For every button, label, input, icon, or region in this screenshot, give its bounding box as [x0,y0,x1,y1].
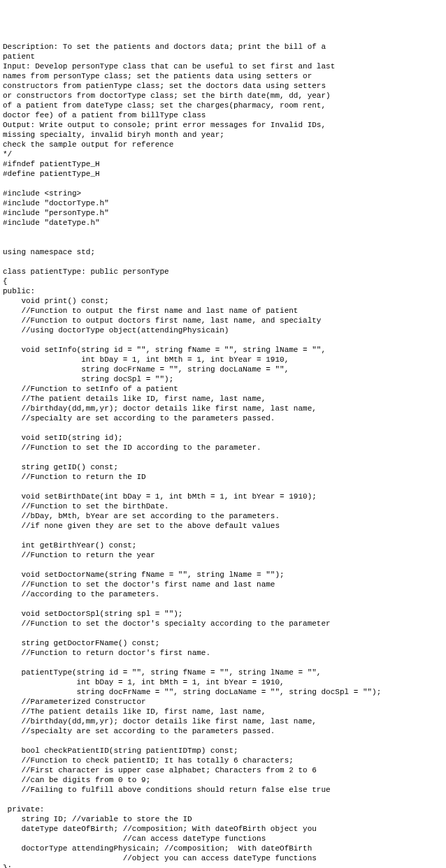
code-text: Description: To set the patients and doc… [3,43,381,868]
code-block: Description: To set the patients and doc… [3,42,443,868]
